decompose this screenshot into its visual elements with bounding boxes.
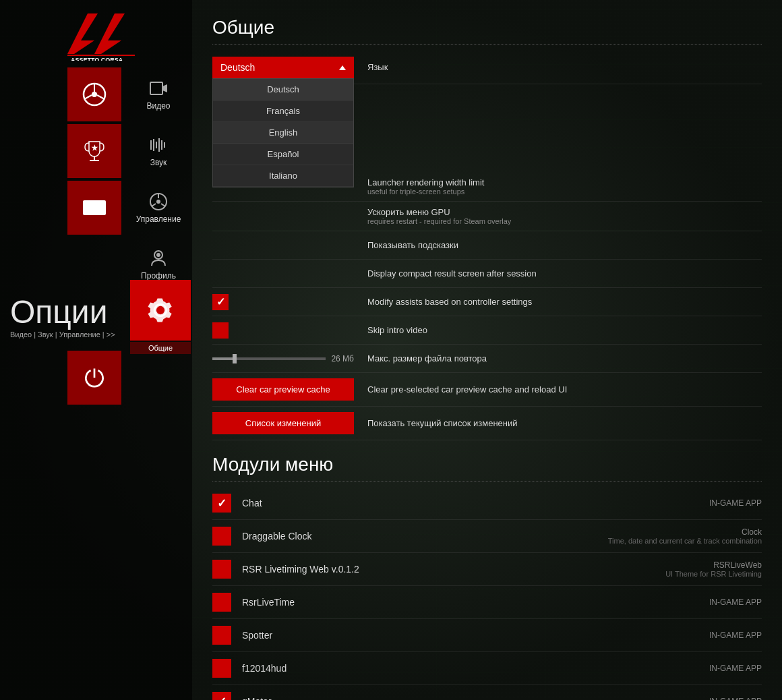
svg-rect-15 bbox=[86, 202, 88, 205]
replay-size-fill bbox=[212, 357, 235, 360]
setting-row-language: Deutsch Deutsch Français English Español… bbox=[212, 51, 762, 84]
setting-row-skip-intro: Skip intro video bbox=[212, 316, 762, 345]
dropdown-option-francais[interactable]: Français bbox=[213, 100, 353, 122]
launcher-width-label: Launcher rendering width limit useful fo… bbox=[367, 177, 762, 196]
sidebar-item-general-active[interactable] bbox=[130, 280, 191, 341]
svg-rect-20 bbox=[99, 211, 102, 214]
sidebar-item-power[interactable] bbox=[67, 351, 121, 405]
compact-result-label: Display compact result screen after sess… bbox=[367, 268, 762, 279]
module-name-spotter: Spotter bbox=[242, 630, 709, 641]
language-dropdown-selected[interactable]: Deutsch bbox=[212, 57, 354, 78]
module-name-rsrlivetime: RsrLiveTime bbox=[242, 597, 709, 608]
changelog-label: Показать текущий список изменений bbox=[367, 418, 762, 428]
dropdown-option-italiano[interactable]: Italiano bbox=[213, 165, 353, 187]
modules-section-title: Модули меню bbox=[212, 454, 762, 482]
replay-size-label: Макс. размер файла повтора bbox=[367, 353, 762, 363]
replay-size-value: 26 Мб bbox=[331, 354, 354, 363]
main-content: Общие Deutsch Deutsch Français English E… bbox=[192, 0, 782, 700]
module-checkbox-f12014hud[interactable] bbox=[212, 659, 231, 678]
options-breadcrumb: Видео | Звук | Управление | >> bbox=[10, 330, 115, 339]
sidebar-item-trophy[interactable] bbox=[67, 124, 121, 178]
modify-assists-checkbox[interactable] bbox=[212, 294, 229, 310]
module-checkbox-gmeter[interactable] bbox=[212, 692, 231, 700]
language-dropdown-container: Deutsch Deutsch Français English Español… bbox=[212, 57, 354, 78]
dropdown-option-deutsch[interactable]: Deutsch bbox=[213, 79, 353, 100]
svg-line-33 bbox=[161, 204, 165, 206]
module-tag-chat: IN-GAME APP bbox=[709, 498, 762, 508]
module-tag-rsrlivetime: IN-GAME APP bbox=[709, 597, 762, 607]
svg-text:ASSETTO CORSA: ASSETTO CORSA bbox=[71, 57, 123, 61]
settings-area: Deutsch Deutsch Français English Español… bbox=[212, 51, 762, 440]
sidebar-nav-general-label: Общие bbox=[130, 342, 191, 354]
module-tag-f12014hud: IN-GAME APP bbox=[709, 664, 762, 673]
svg-point-5 bbox=[92, 92, 97, 97]
skip-intro-control bbox=[212, 322, 354, 339]
svg-marker-1 bbox=[94, 13, 125, 54]
sidebar-nav: Видео Звук Управление Профиль bbox=[125, 67, 192, 291]
module-tag-spotter: IN-GAME APP bbox=[709, 631, 762, 640]
skip-intro-checkbox[interactable] bbox=[212, 322, 229, 339]
module-tag-gmeter: IN-GAME APP bbox=[709, 697, 762, 700]
modify-assists-label: Modify assists based on controller setti… bbox=[367, 297, 762, 307]
module-tag-rsr-livetiming: RSRLiveWeb UI Theme for RSR Livetiming bbox=[665, 560, 762, 578]
svg-line-32 bbox=[152, 204, 156, 206]
setting-row-gpu-menu: Ускорить меню GPU requires restart - req… bbox=[212, 202, 762, 231]
module-row-f12014hud: f12014hud IN-GAME APP bbox=[212, 652, 762, 685]
options-title: Опции bbox=[10, 293, 107, 330]
language-label: Язык bbox=[367, 57, 762, 72]
svg-point-30 bbox=[156, 200, 160, 204]
module-checkbox-rsrlivetime[interactable] bbox=[212, 593, 231, 612]
sidebar-nav-sound[interactable]: Звук bbox=[125, 124, 192, 178]
setting-row-changelog: Список изменений Показать текущий список… bbox=[212, 407, 762, 440]
module-name-f12014hud: f12014hud bbox=[242, 663, 709, 674]
svg-marker-11 bbox=[92, 144, 98, 151]
changelog-button[interactable]: Список изменений bbox=[212, 412, 354, 434]
sidebar-nav-video[interactable]: Видео bbox=[125, 67, 192, 121]
dropdown-option-espanol[interactable]: Español bbox=[213, 144, 353, 165]
module-name-rsr-livetiming: RSR Livetiming Web v.0.1.2 bbox=[242, 564, 665, 575]
changelog-control: Список изменений bbox=[212, 412, 354, 434]
setting-row-modify-assists: Modify assists based on controller setti… bbox=[212, 288, 762, 316]
replay-size-thumb[interactable] bbox=[233, 354, 237, 363]
module-name-gmeter: gMeter bbox=[242, 696, 709, 700]
module-row-chat: Chat IN-GAME APP bbox=[212, 487, 762, 520]
module-row-rsrlivetime: RsrLiveTime IN-GAME APP bbox=[212, 586, 762, 619]
sidebar-nav-controls[interactable]: Управление bbox=[125, 181, 192, 235]
module-name-chat: Chat bbox=[242, 498, 709, 508]
module-checkbox-rsr-livetiming[interactable] bbox=[212, 560, 231, 579]
module-row-rsr-livetiming: RSR Livetiming Web v.0.1.2 RSRLiveWeb UI… bbox=[212, 553, 762, 586]
svg-point-36 bbox=[156, 306, 164, 314]
general-section-title: Общие bbox=[212, 17, 762, 45]
logo: ASSETTO CORSA bbox=[61, 7, 142, 61]
replay-size-track[interactable] bbox=[212, 357, 326, 360]
skip-intro-label: Skip intro video bbox=[367, 325, 762, 335]
dropdown-option-english[interactable]: English bbox=[213, 122, 353, 144]
svg-rect-16 bbox=[92, 202, 95, 205]
svg-marker-22 bbox=[162, 84, 167, 92]
svg-rect-17 bbox=[99, 202, 102, 205]
clear-cache-label: Clear pre-selected car preview cache and… bbox=[367, 384, 762, 395]
module-checkbox-spotter[interactable] bbox=[212, 626, 231, 645]
svg-rect-19 bbox=[92, 211, 95, 214]
sidebar-item-video[interactable] bbox=[67, 67, 121, 121]
language-dropdown-menu: Deutsch Français English Español Italian… bbox=[212, 78, 354, 187]
module-tag-draggable-clock: Clock Time, date and current car & track… bbox=[608, 527, 762, 545]
clear-cache-button[interactable]: Clear car preview cache bbox=[212, 378, 354, 401]
sidebar-item-film[interactable] bbox=[67, 181, 121, 235]
setting-row-replay-size: 26 Мб Макс. размер файла повтора bbox=[212, 345, 762, 373]
setting-row-hints: Показывать подсказки bbox=[212, 231, 762, 260]
setting-row-compact-result: Display compact result screen after sess… bbox=[212, 260, 762, 288]
module-row-spotter: Spotter IN-GAME APP bbox=[212, 619, 762, 652]
chevron-up-icon bbox=[339, 65, 346, 70]
module-checkbox-chat[interactable] bbox=[212, 494, 231, 513]
sidebar-icon-list bbox=[67, 67, 121, 236]
svg-rect-21 bbox=[150, 82, 162, 94]
replay-size-control: 26 Мб bbox=[212, 354, 354, 363]
hints-label: Показывать подсказки bbox=[367, 240, 762, 250]
svg-line-8 bbox=[97, 95, 104, 99]
module-checkbox-draggable-clock[interactable] bbox=[212, 527, 231, 546]
svg-rect-18 bbox=[86, 211, 88, 214]
svg-marker-0 bbox=[67, 13, 98, 54]
modify-assists-control bbox=[212, 294, 354, 310]
svg-line-7 bbox=[84, 95, 92, 99]
